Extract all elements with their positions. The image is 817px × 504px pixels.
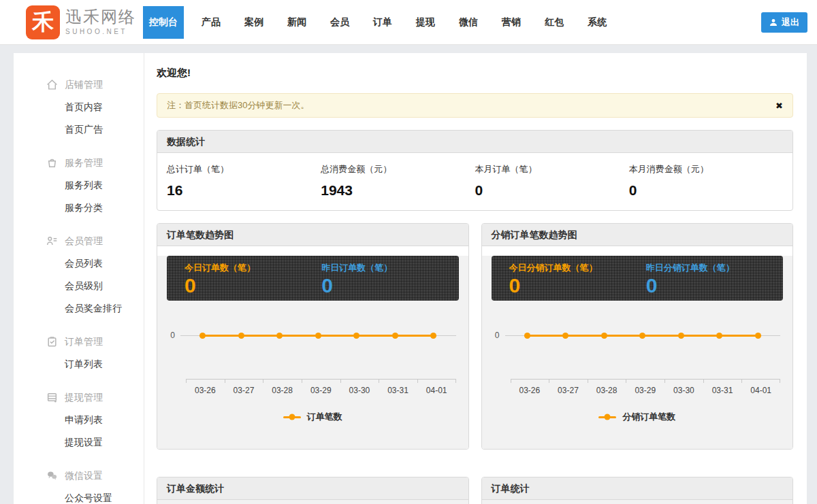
sidebar-header-label: 订单管理	[65, 336, 103, 348]
stat-label: 总计订单（笔）	[167, 163, 321, 175]
sidebar-item-service-category[interactable]: 服务分类	[14, 197, 144, 219]
today-distribution-label: 今日分销订单数（笔）	[509, 262, 646, 274]
logout-button[interactable]: 退出	[761, 12, 807, 33]
sidebar-item-home-ads[interactable]: 首页广告	[14, 118, 144, 141]
x-axis-label: 03-29	[626, 380, 664, 395]
nav-item-members[interactable]: 会员	[324, 6, 355, 39]
stat-value: 16	[167, 182, 321, 199]
x-axis-label: 04-01	[417, 380, 456, 395]
stats-panel: 数据统计 总计订单（笔） 16 总消费金额（元） 1943 本月订单（笔） 0 …	[157, 130, 793, 211]
nav-item-news[interactable]: 新闻	[281, 6, 313, 39]
line-plot: 0	[490, 331, 781, 340]
order-stats-panel: 订单统计	[481, 477, 794, 504]
order-trend-chart: 今日订单数（笔） 0 昨日订单数（笔） 0 0	[157, 256, 468, 449]
order-amount-panel: 订单金额统计	[157, 477, 469, 504]
data-point	[562, 333, 568, 339]
series-points	[524, 333, 761, 339]
sidebar-item-official-account-settings[interactable]: 公众号设置	[14, 487, 144, 504]
today-orders: 今日订单数（笔） 0	[185, 262, 321, 301]
x-axis-label: 03-30	[340, 380, 379, 395]
orders-icon	[46, 336, 58, 348]
x-axis-label: 03-31	[703, 380, 742, 395]
legend-label: 分销订单笔数	[622, 411, 675, 423]
top-nav: 控制台 产品 案例 新闻 会员 订单 提现 微信 营销 红包 系统	[143, 0, 624, 44]
data-point	[199, 333, 206, 339]
nav-item-wechat[interactable]: 微信	[453, 6, 484, 39]
chart-legend[interactable]: 订单笔数	[157, 411, 468, 423]
sidebar-header-label: 店铺管理	[65, 79, 103, 91]
sidebar-header-label: 微信设置	[65, 470, 103, 482]
home-icon	[46, 79, 58, 90]
sidebar-item-service-list[interactable]: 服务列表	[14, 174, 144, 197]
order-amount-chart	[157, 500, 468, 504]
sidebar-header-label: 服务管理	[65, 157, 103, 169]
distribution-trend-title: 分销订单笔数趋势图	[482, 224, 793, 246]
today-distribution-value: 0	[509, 274, 646, 298]
bottom-charts-row: 订单金额统计 订单统计	[157, 465, 793, 504]
wechat-icon	[46, 470, 58, 482]
sidebar-header-label: 提现管理	[65, 392, 103, 404]
today-distribution-orders: 今日分销订单数（笔） 0	[509, 262, 646, 301]
sidebar-header-withdraw[interactable]: 提现管理	[14, 386, 144, 409]
close-icon[interactable]: ✖	[775, 101, 783, 111]
y-axis-tick: 0	[165, 331, 180, 340]
order-amount-title: 订单金额统计	[157, 477, 468, 500]
sidebar-header-label: 会员管理	[65, 235, 103, 248]
nav-item-system[interactable]: 系统	[581, 6, 613, 39]
x-axis-label: 04-01	[741, 380, 780, 395]
x-axis-label: 03-26	[186, 380, 225, 395]
sidebar-item-order-list[interactable]: 订单列表	[14, 353, 144, 375]
sidebar: 店铺管理 首页内容 首页广告 服务管理 服务列表 服务分类 会员管理 会员列表	[14, 53, 144, 504]
order-trend-title: 订单笔数趋势图	[157, 224, 468, 246]
sidebar-header-orders[interactable]: 订单管理	[14, 331, 144, 353]
main-content: 欢迎您! 注：首页统计数据30分钟更新一次。 ✖ 数据统计 总计订单（笔） 16…	[144, 53, 807, 504]
sidebar-item-member-level[interactable]: 会员级别	[14, 275, 144, 297]
data-point	[276, 333, 283, 339]
sidebar-section-members: 会员管理 会员列表 会员级别 会员奖金排行	[14, 230, 144, 320]
data-point	[238, 333, 244, 339]
chart-legend[interactable]: 分销订单笔数	[482, 411, 793, 423]
nav-item-cases[interactable]: 案例	[238, 6, 270, 39]
x-axis-label: 03-28	[588, 380, 626, 395]
today-orders-value: 0	[185, 274, 321, 298]
sidebar-header-wechat[interactable]: 微信设置	[14, 465, 144, 487]
x-axis-label: 03-28	[263, 380, 302, 395]
x-axis-label: 03-30	[664, 380, 703, 395]
today-yesterday-box: 今日订单数（笔） 0 昨日订单数（笔） 0	[167, 256, 459, 301]
sidebar-item-home-content[interactable]: 首页内容	[14, 96, 144, 118]
sidebar-item-withdraw-settings[interactable]: 提现设置	[14, 431, 144, 454]
sidebar-item-member-bonus-rank[interactable]: 会员奖金排行	[14, 297, 144, 320]
nav-item-console[interactable]: 控制台	[143, 6, 184, 39]
nav-item-redpacket[interactable]: 红包	[539, 6, 570, 39]
yesterday-orders-value: 0	[321, 274, 458, 298]
nav-item-marketing[interactable]: 营销	[496, 6, 527, 39]
sidebar-item-member-list[interactable]: 会员列表	[14, 252, 144, 275]
stat-total-amount: 总消费金额（元） 1943	[321, 163, 475, 199]
sidebar-header-members[interactable]: 会员管理	[14, 230, 144, 252]
nav-item-withdraw[interactable]: 提现	[410, 6, 441, 39]
sidebar-header-services[interactable]: 服务管理	[14, 152, 144, 174]
data-point	[392, 333, 398, 339]
logo-title: 迅禾网络	[65, 9, 136, 25]
services-icon	[46, 157, 58, 169]
data-point	[430, 333, 436, 339]
yesterday-distribution-label: 昨日分销订单数（笔）	[646, 262, 783, 274]
yesterday-orders-label: 昨日订单数（笔）	[321, 262, 458, 274]
stats-panel-title: 数据统计	[157, 131, 792, 153]
series-points	[199, 333, 436, 339]
x-axis-label: 03-26	[511, 380, 549, 395]
order-stats-chart	[482, 500, 793, 504]
logo-icon: 禾	[26, 5, 60, 39]
nav-item-products[interactable]: 产品	[195, 6, 227, 39]
legend-marker-icon	[598, 416, 616, 418]
sidebar-header-shop[interactable]: 店铺管理	[14, 73, 144, 96]
data-point	[353, 333, 359, 339]
x-axis-label: 03-31	[379, 380, 417, 395]
data-point	[678, 333, 684, 339]
notice-bar: 注：首页统计数据30分钟更新一次。 ✖	[157, 93, 793, 118]
stat-label: 总消费金额（元）	[321, 163, 475, 175]
sidebar-section-withdraw: 提现管理 申请列表 提现设置	[14, 386, 144, 454]
nav-item-orders[interactable]: 订单	[367, 6, 398, 39]
sidebar-item-apply-list[interactable]: 申请列表	[14, 409, 144, 431]
sidebar-section-shop: 店铺管理 首页内容 首页广告	[14, 73, 144, 141]
